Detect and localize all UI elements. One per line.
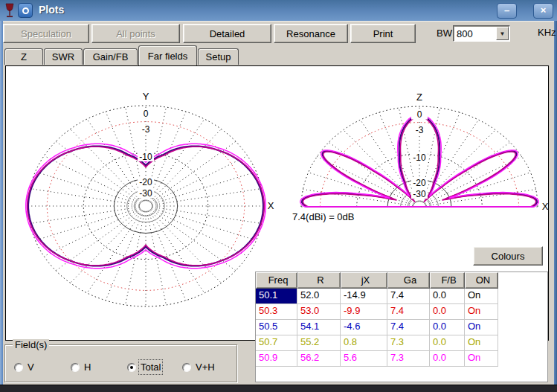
r-cell[interactable]: 54.1 — [297, 320, 341, 335]
fb-cell[interactable]: 0.0 — [430, 320, 465, 335]
tab-z[interactable]: Z — [4, 48, 43, 65]
on-cell[interactable]: On — [465, 320, 498, 335]
app-icon[interactable] — [18, 3, 33, 18]
window-right-border — [554, 21, 557, 387]
grid-spoke — [30, 189, 139, 205]
radio-circle[interactable] — [182, 363, 191, 372]
radio-circle[interactable] — [14, 363, 23, 372]
jx-cell[interactable]: -9.9 — [341, 304, 387, 320]
center-ring — [139, 201, 152, 212]
vertical-axis-label: Z — [416, 91, 422, 103]
minimize-button[interactable]: – — [497, 3, 517, 19]
col-header-jx[interactable]: jX — [341, 272, 387, 289]
bw-value: 800 — [457, 28, 473, 39]
tab-gain-fb[interactable]: Gain/FB — [83, 48, 138, 65]
freq-cell[interactable]: 50.5 — [256, 320, 297, 335]
gain-reference-caption: 7.4(dBi) = 0dB — [292, 211, 354, 222]
title-bar: Plots – × — [0, 0, 557, 21]
wine-glass-icon — [4, 3, 15, 19]
db-ring — [83, 152, 207, 259]
grid-spoke — [150, 129, 222, 202]
ga-cell[interactable]: 7.3 — [387, 335, 430, 351]
jx-cell[interactable]: 5.6 — [341, 351, 387, 367]
col-header-freq[interactable]: Freq — [256, 272, 297, 289]
table-row: 50.3 53.0 -9.9 7.4 0.0 On — [256, 304, 547, 320]
radio-v[interactable]: V — [14, 362, 34, 373]
r-cell[interactable]: 52.0 — [297, 289, 341, 304]
fb-cell[interactable]: 0.0 — [430, 335, 465, 351]
table-row: 50.1 52.0 -14.9 7.4 0.0 On — [256, 289, 547, 304]
col-header-ga[interactable]: Ga — [387, 272, 430, 289]
azimuth-polar-plot: 0-3-10-20-30YX — [16, 79, 276, 317]
ga-cell[interactable]: 7.4 — [387, 304, 430, 320]
r-cell[interactable]: 55.2 — [297, 335, 341, 351]
app-icon-glyph — [22, 7, 29, 14]
jx-cell[interactable]: -14.9 — [341, 289, 387, 304]
close-button[interactable]: × — [533, 3, 553, 19]
print-button[interactable]: Print — [350, 24, 416, 43]
r-cell[interactable]: 56.2 — [297, 351, 341, 367]
freq-cell[interactable]: 50.1 — [256, 289, 297, 304]
db-ring-label: -20 — [413, 178, 426, 188]
db-ring-label: -10 — [413, 152, 426, 163]
grid-spoke — [87, 211, 143, 292]
tab-swr[interactable]: SWR — [44, 48, 83, 65]
fb-cell[interactable]: 0.0 — [430, 304, 465, 320]
detailed-button[interactable]: Detailed — [183, 24, 271, 43]
db-ring-label: -3 — [142, 124, 150, 135]
chevron-down-icon[interactable]: ▼ — [496, 27, 509, 40]
speculation-button[interactable]: Speculation — [3, 24, 89, 43]
freq-cell[interactable]: 50.3 — [256, 304, 297, 320]
on-cell[interactable]: On — [465, 304, 498, 320]
grid-spoke — [44, 156, 140, 204]
bw-combobox[interactable]: 800 ▼ — [453, 25, 510, 42]
col-header-on[interactable]: ON — [465, 272, 498, 289]
ga-cell[interactable]: 7.4 — [387, 289, 430, 304]
jx-cell[interactable]: -4.6 — [341, 320, 387, 335]
colours-button[interactable]: Colours — [473, 246, 543, 266]
all-points-button[interactable]: All points — [91, 24, 180, 43]
radio-total[interactable]: Total — [127, 362, 161, 373]
frequency-table: Freq R jX Ga F/B ON 50.1 52.0 -14.9 7.4 … — [255, 271, 548, 382]
window-left-border — [0, 21, 3, 387]
toolbar: Speculation All points Detailed Resonanc… — [3, 21, 554, 45]
resonance-button[interactable]: Resonance — [274, 24, 348, 43]
db-ring-label: 0 — [417, 109, 422, 120]
freq-cell[interactable]: 50.9 — [256, 351, 297, 367]
on-cell[interactable]: On — [465, 289, 498, 304]
grid-spoke — [152, 156, 248, 204]
radio-v-label: V — [28, 362, 34, 373]
db-ring-label: -3 — [416, 125, 424, 135]
radio-vh-label: V+H — [196, 362, 215, 373]
center-ring — [134, 196, 158, 216]
radio-h[interactable]: H — [71, 362, 91, 373]
table-row: 50.7 55.2 0.8 7.3 0.0 On — [256, 335, 547, 351]
on-cell[interactable]: On — [465, 351, 498, 367]
fields-groupbox: Field(s) V H Total V+H — [4, 344, 237, 382]
col-header-r[interactable]: R — [297, 272, 341, 289]
db-ring-label: -10 — [139, 152, 152, 162]
grid-spoke — [36, 208, 140, 241]
grid-spoke — [152, 207, 262, 223]
freq-cell[interactable]: 50.7 — [256, 335, 297, 351]
grid-spoke — [425, 173, 530, 205]
grid-spoke — [151, 210, 236, 271]
r-cell[interactable]: 53.0 — [297, 304, 341, 320]
fb-cell[interactable]: 0.0 — [430, 289, 465, 304]
table-header-row: Freq R jX Ga F/B ON — [256, 272, 547, 289]
grid-spoke — [152, 189, 262, 205]
on-cell[interactable]: On — [465, 335, 498, 351]
tab-setup[interactable]: Setup — [198, 48, 239, 65]
tab-far-fields[interactable]: Far fields — [138, 45, 197, 65]
fb-cell[interactable]: 0.0 — [430, 351, 465, 367]
ga-cell[interactable]: 7.4 — [387, 320, 430, 335]
fields-group-label: Field(s) — [13, 339, 49, 350]
ga-cell[interactable]: 7.3 — [387, 351, 430, 367]
radio-circle[interactable] — [71, 363, 80, 372]
jx-cell[interactable]: 0.8 — [341, 335, 387, 351]
elevation-polar-plot: 0-3-10-20-30ZX — [294, 89, 551, 213]
radio-v-plus-h[interactable]: V+H — [182, 362, 215, 373]
radio-circle-selected[interactable] — [127, 363, 136, 372]
grid-spoke — [303, 190, 413, 206]
col-header-fb[interactable]: F/B — [430, 272, 465, 289]
